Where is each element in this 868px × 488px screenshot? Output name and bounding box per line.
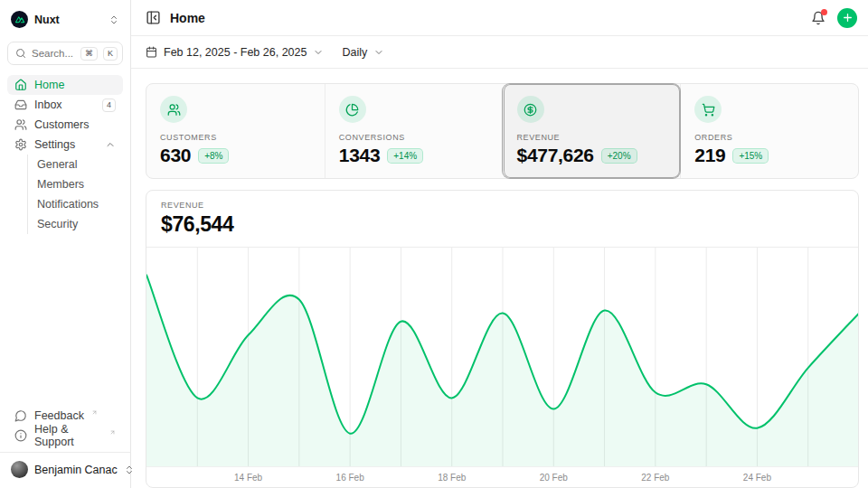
header-actions [811,8,857,28]
revenue-area-chart: 14 Feb16 Feb18 Feb20 Feb22 Feb24 Feb [146,248,858,487]
inbox-count-badge: 4 [102,99,116,112]
chart-current-value: $76,544 [161,212,844,237]
sidebar-item-label: Customers [34,118,116,131]
stat-value-row: 630+8% [160,145,311,166]
sidebar-subitem-members[interactable]: Members [37,174,123,194]
kbd-command: ⌘ [80,47,98,61]
stat-label: REVENUE [517,133,667,142]
content: CUSTOMERS630+8%CONVERSIONS1343+14%REVENU… [131,69,868,488]
sidebar: Nuxt Search... ⌘ K HomeInbox4CustomersSe… [0,0,131,488]
stat-value-row: 1343+14% [339,145,489,166]
granularity-label: Daily [342,46,367,59]
stat-value-row: $477,626+20% [517,145,667,166]
stat-label: ORDERS [694,133,844,142]
user-section: Benjamin Canac [0,452,130,481]
sidebar-item-inbox[interactable]: Inbox4 [7,95,123,115]
x-tick-label: 16 Feb [336,473,364,483]
chart-canvas [146,248,859,466]
workspace-name: Nuxt [34,14,102,26]
date-range-label: Feb 12, 2025 - Feb 26, 2025 [164,46,307,59]
user-name: Benjamin Canac [34,464,118,476]
cart-icon [694,96,722,123]
dollar-circle-icon [517,96,544,123]
stat-value-row: 219+15% [694,145,844,166]
granularity-select[interactable]: Daily [342,46,384,59]
stats-row: CUSTOMERS630+8%CONVERSIONS1343+14%REVENU… [146,83,859,179]
plus-icon [842,12,854,23]
sidebar-spacer [7,234,123,396]
nuxt-logo-icon [11,11,28,28]
search-icon [15,48,26,59]
sidebar-item-label: Help & Support [34,423,102,448]
sidebar-item-home[interactable]: Home [7,75,123,95]
stat-card-customers[interactable]: CUSTOMERS630+8% [146,84,325,178]
chevrons-up-down-icon [108,14,119,25]
sidebar-subitem-security[interactable]: Security [37,214,123,234]
home-icon [14,79,27,91]
delta-badge: +20% [601,148,637,164]
x-tick-label: 24 Feb [743,473,771,483]
sidebar-item-settings[interactable]: Settings [7,135,123,155]
sidebar-item-label: Feedback [34,409,84,422]
users-icon [160,96,187,123]
stat-value: 219 [694,145,725,166]
x-tick-label: 18 Feb [438,473,466,483]
x-tick-label: 20 Feb [540,473,568,483]
sidebar-item-label: Inbox [34,99,95,111]
app-root: Nuxt Search... ⌘ K HomeInbox4CustomersSe… [0,0,868,488]
add-button[interactable] [837,8,857,28]
stat-card-orders[interactable]: ORDERS219+15% [680,84,858,178]
search-input[interactable]: Search... ⌘ K [7,42,123,65]
stat-card-revenue[interactable]: REVENUE$477,626+20% [503,84,681,178]
x-axis: 14 Feb16 Feb18 Feb20 Feb22 Feb24 Feb [146,466,859,488]
stat-value: 1343 [339,145,381,166]
revenue-chart-card: REVENUE $76,544 14 Feb16 Feb18 Feb20 Feb… [146,190,859,488]
sidebar-nav: HomeInbox4CustomersSettingsGeneralMember… [7,75,123,234]
stat-value: $477,626 [517,145,594,166]
search-placeholder: Search... [32,48,75,59]
toolbar: Feb 12, 2025 - Feb 26, 2025 Daily [131,36,868,69]
settings-subnav: GeneralMembersNotificationsSecurity [27,155,123,234]
message-bubble-icon [14,409,27,422]
sidebar-item-help-support[interactable]: Help & Support [7,426,123,446]
workspace-switcher[interactable]: Nuxt [7,7,123,32]
stat-value: 630 [160,145,191,166]
sidebar-subitem-general[interactable]: General [37,155,123,174]
inbox-icon [14,99,27,111]
sidebar-footer-nav: FeedbackHelp & Support [7,406,123,446]
delta-badge: +8% [198,148,229,164]
header: Home [131,0,868,36]
avatar [11,461,28,478]
x-tick-label: 22 Feb [641,473,669,483]
user-menu[interactable]: Benjamin Canac [7,458,123,481]
chart-title: REVENUE [161,201,844,210]
pie-chart-icon [339,96,366,123]
delta-badge: +14% [387,148,423,164]
kbd-k: K [103,47,118,61]
sidebar-item-customers[interactable]: Customers [7,115,123,135]
x-tick-label: 14 Feb [234,473,262,483]
calendar-icon [146,46,157,58]
arrow-up-right-icon [91,409,98,416]
main-area: Home Feb 12, 2025 - Feb 26, 2025 [131,0,868,488]
page-title: Home [170,11,205,25]
sidebar-item-label: Settings [34,138,98,151]
stat-card-conversions[interactable]: CONVERSIONS1343+14% [325,84,503,178]
sidebar-subitem-notifications[interactable]: Notifications [37,194,123,214]
collapse-sidebar-button[interactable] [146,10,161,25]
gear-icon [14,138,27,151]
stat-label: CONVERSIONS [339,133,489,142]
arrow-up-right-icon [109,429,116,436]
date-range-picker[interactable]: Feb 12, 2025 - Feb 26, 2025 [146,46,324,59]
delta-badge: +15% [732,148,769,164]
sidebar-item-label: Home [34,79,116,91]
chart-header: REVENUE $76,544 [146,191,858,248]
notifications-button[interactable] [811,11,826,25]
chevron-down-icon [373,47,384,58]
stat-label: CUSTOMERS [160,133,311,142]
users-icon [14,118,27,131]
notification-dot [821,9,827,15]
chevron-up-icon [105,139,116,150]
chevron-down-icon [313,47,324,58]
info-icon [14,429,27,442]
